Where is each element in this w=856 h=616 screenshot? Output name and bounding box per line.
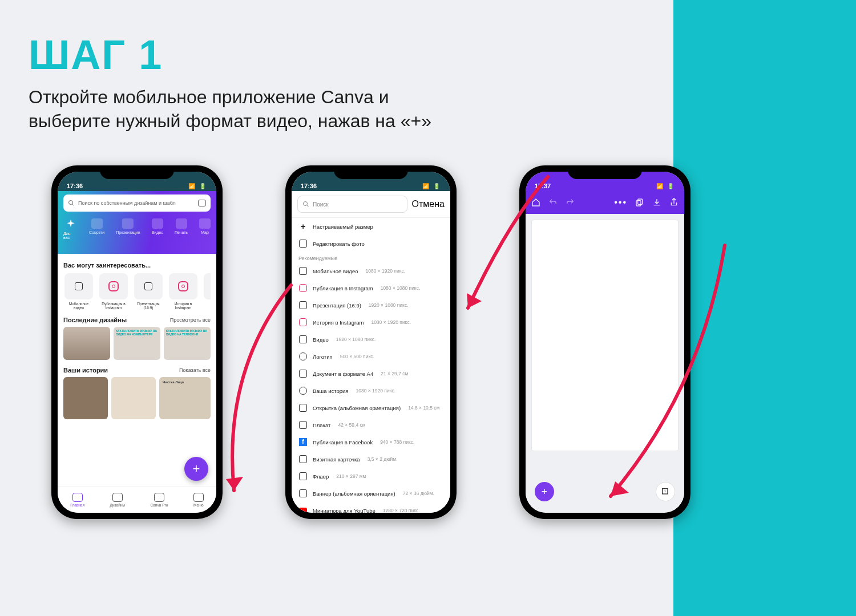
format-card[interactable]: Мобильное видео (63, 273, 94, 310)
item-label: Баннер (альбомная ориентация) (313, 491, 395, 497)
format-list-item[interactable]: Публикация в Instagram1080 × 1080 пикс. (292, 279, 450, 297)
category-tab[interactable]: Для вас (63, 218, 78, 240)
list-action[interactable]: Редактировать фото (292, 235, 450, 252)
nav-label: Canva Pro (151, 503, 168, 507)
cancel-button[interactable]: Отмена (412, 199, 445, 209)
design-card[interactable]: КАК НАЛОЖИТЬ МУЗЫКУ НА ВИДЕО НА ТЕЛЕФОНЕ (164, 327, 211, 360)
item-dimensions: 1920 × 1080 пикс. (336, 337, 376, 342)
story-card[interactable] (63, 377, 108, 419)
signal-battery-icon (656, 183, 675, 189)
search-input[interactable]: Поиск (297, 196, 407, 213)
item-label: Презентация (16:9) (313, 302, 361, 309)
bottom-nav-item[interactable]: Дизайны (110, 493, 126, 507)
format-list-item[interactable]: Флаер210 × 297 мм (292, 468, 450, 485)
format-list-item[interactable]: Ваша история1080 × 1920 пикс. (292, 382, 450, 399)
format-icon (298, 506, 308, 513)
group-heading: Рекомендуемые (292, 252, 450, 262)
format-list-item[interactable]: fПубликация в Facebook940 × 788 пикс. (292, 433, 450, 451)
search-input[interactable]: Поиск по собственным дизайнам и шабл (63, 194, 211, 212)
svg-line-1 (72, 204, 74, 206)
view-all-link[interactable]: Просмотреть все (170, 317, 211, 323)
format-list-item[interactable]: Логотип500 × 500 пикс. (292, 348, 450, 365)
format-list-item[interactable]: Открытка (альбомная ориентация)14,8 × 10… (292, 399, 450, 416)
fab-plus-button[interactable]: + (535, 482, 554, 501)
fab-plus-button[interactable]: + (184, 457, 208, 481)
phone-mockup-1: 17:36 Поиск по собственным дизайнам и ша… (51, 165, 223, 519)
design-card[interactable]: КАК НАЛОЖИТЬ МУЗЫКУ НА ВИДЕО НА КОМПЬЮТЕ… (114, 327, 160, 360)
svg-line-3 (307, 205, 309, 207)
svg-rect-5 (636, 201, 641, 206)
story-card[interactable] (111, 377, 156, 419)
item-dimensions: 1080 × 1920 пикс. (371, 319, 411, 325)
format-list-item[interactable]: Мобильное видео1080 × 1920 пикс. (292, 262, 450, 279)
format-card[interactable]: История в Instagram (168, 273, 199, 310)
share-icon[interactable] (669, 198, 679, 207)
item-label: Флаер (313, 473, 329, 480)
item-dimensions: 210 × 297 мм (336, 473, 366, 479)
list-action[interactable]: Настраиваемый размер (292, 218, 450, 235)
undo-icon[interactable] (548, 198, 558, 207)
nav-label: Главная (70, 503, 84, 507)
format-card[interactable]: Публикация в Instagram (98, 273, 129, 310)
status-time: 17:37 (535, 183, 551, 189)
card-label: Публикация в Instagram (98, 302, 129, 310)
format-list-item[interactable]: Миниатюра для YouTube1280 × 720 пикс. (292, 502, 450, 513)
sparkle-icon (65, 218, 76, 230)
item-dimensions: 14,8 × 10,5 см (408, 405, 439, 411)
card-label: Презентация (16:9) (133, 302, 164, 310)
bottom-nav-item[interactable]: Главная (70, 493, 84, 507)
search-icon (68, 200, 75, 206)
tab-label: Для вас (63, 232, 78, 240)
format-card[interactable]: Вид (203, 273, 211, 310)
category-tab[interactable]: Мар (199, 218, 211, 234)
pages-button[interactable]: 1 (656, 482, 675, 501)
tab-icon (152, 218, 163, 229)
tab-label: Мар (201, 230, 209, 234)
format-list-item[interactable]: Видео1920 × 1080 пикс. (292, 331, 450, 348)
photo-icon (298, 239, 308, 248)
nav-icon (193, 493, 204, 502)
format-card[interactable]: Презентация (16:9) (133, 273, 164, 310)
bottom-nav-item[interactable]: Меню (193, 493, 204, 507)
category-tab[interactable]: Видео (152, 218, 163, 234)
format-icon: f (298, 437, 308, 447)
category-tab[interactable]: Соцсети (89, 218, 104, 234)
format-list-item[interactable]: Плакат42 × 59,4 см (292, 416, 450, 433)
svg-rect-4 (638, 199, 643, 204)
signal-battery-icon (422, 183, 441, 189)
item-label: Мобильное видео (313, 268, 358, 274)
signal-battery-icon (188, 183, 207, 189)
svg-point-2 (304, 202, 308, 206)
show-all-link[interactable]: Показать все (179, 367, 211, 373)
more-icon[interactable]: ••• (614, 197, 627, 208)
format-icon (298, 283, 308, 293)
story-card[interactable]: Чистка Лица (159, 377, 211, 419)
format-icon (298, 266, 308, 275)
item-label: Визитная карточка (313, 456, 360, 463)
format-icon (298, 318, 308, 327)
item-label: Документ в формате А4 (313, 371, 373, 377)
design-card[interactable] (63, 327, 110, 360)
instagram-icon (178, 281, 188, 291)
copy-icon[interactable] (635, 198, 644, 207)
status-time: 17:36 (67, 183, 83, 189)
category-tab[interactable]: Презентации (116, 218, 140, 234)
format-list-item[interactable]: Визитная карточка3,5 × 2 дюйм. (292, 451, 450, 468)
category-tab[interactable]: Печать (175, 218, 188, 234)
stories-heading: Ваши истории (63, 367, 108, 374)
item-dimensions: 42 × 59,4 см (338, 422, 365, 428)
download-icon[interactable] (652, 198, 661, 207)
format-list-item[interactable]: Баннер (альбомная ориентация)72 × 36 дюй… (292, 485, 450, 502)
format-list-item[interactable]: Презентация (16:9)1920 × 1080 пикс. (292, 297, 450, 314)
format-icon (75, 282, 83, 290)
format-list-item[interactable]: История в Instagram1080 × 1920 пикс. (292, 314, 450, 331)
format-list-item[interactable]: Документ в формате А421 × 29,7 см (292, 365, 450, 382)
editor-canvas[interactable] (531, 220, 679, 451)
home-icon[interactable] (531, 198, 540, 207)
bottom-nav-item[interactable]: Canva Pro (151, 493, 168, 507)
item-dimensions: 72 × 36 дюйм. (403, 491, 434, 496)
redo-icon[interactable] (566, 198, 575, 207)
camera-icon[interactable] (198, 200, 206, 206)
nav-icon (112, 493, 123, 502)
search-icon (302, 201, 309, 208)
